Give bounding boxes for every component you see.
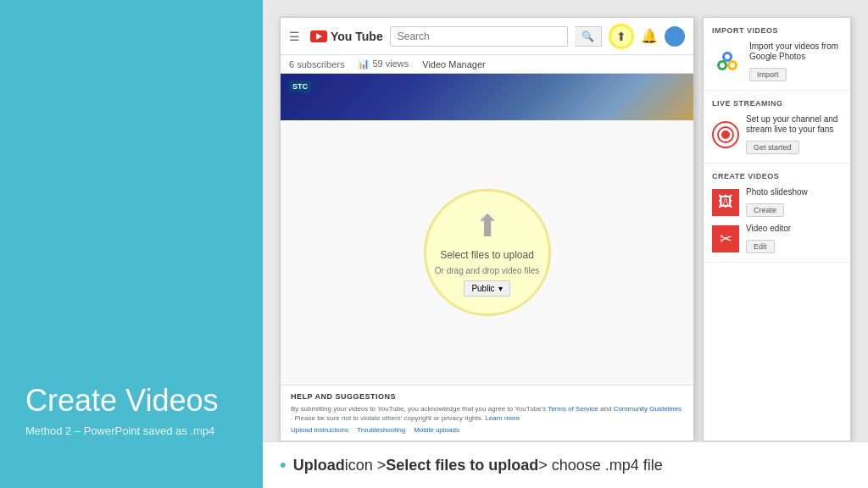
editor-item-content: Video editor Edit (746, 224, 842, 253)
edit-video-button[interactable]: Edit (746, 240, 775, 253)
help-section: HELP AND SUGGESTIONS By submitting your … (281, 385, 693, 441)
views-count: 📊 59 views (358, 58, 409, 69)
import-button[interactable]: Import (749, 68, 787, 81)
photo-slideshow-title: Photo slideshow (746, 187, 842, 197)
create-section-title: CREATE VIDEOS (712, 172, 842, 180)
import-videos-item: Import your videos from Google Photos Im… (712, 42, 842, 81)
video-editor-item: ✂ Video editor Edit (712, 224, 842, 253)
live-item-content: Set up your channel and stream live to y… (746, 114, 842, 154)
upload-instructions-link[interactable]: Upload instructions (291, 426, 348, 434)
chevron-down-icon: ▾ (498, 284, 503, 293)
views-text: 59 views (372, 58, 409, 69)
live-section-title: LIVE STREAMING (712, 99, 842, 108)
troubleshooting-link[interactable]: Troubleshooting (357, 426, 405, 434)
slide-title: Create Videos (25, 384, 263, 418)
live-streaming-icon (712, 121, 739, 148)
video-editor-icon: ✂ (712, 225, 739, 252)
learn-more-link[interactable]: Learn more (485, 414, 520, 422)
instruction-part4: > choose .mp4 file (538, 457, 663, 474)
live-streaming-item: Set up your channel and stream live to y… (712, 114, 842, 154)
upload-drop-zone[interactable]: ⬆ Select files to upload Or drag and dro… (424, 189, 551, 316)
slide-subtitle: Method 2 – PowerPoint saved as .mp4 (25, 424, 263, 437)
create-videos-section: CREATE VIDEOS 🖼 Photo slideshow Create ✂ (704, 164, 850, 263)
youtube-header: ☰ You Tube 🔍 ⬆ 🔔 (281, 18, 693, 55)
hamburger-icon[interactable]: ☰ (289, 30, 300, 43)
scissors-icon: ✂ (720, 230, 732, 248)
help-body-text: By submitting your videos to YouTube, yo… (291, 405, 546, 413)
video-manager-link[interactable]: Video Manager (422, 59, 485, 69)
right-panel: ☰ You Tube 🔍 ⬆ 🔔 6 subscribers 📊 59 v (263, 0, 868, 488)
youtube-logo-text: You Tube (331, 30, 383, 43)
help-body: By submitting your videos to YouTube, yo… (291, 404, 683, 423)
import-description: Import your videos from Google Photos (749, 42, 842, 62)
live-streaming-section: LIVE STREAMING Set up your channel and s… (704, 91, 850, 164)
search-input[interactable] (390, 26, 568, 47)
help-body2: . Please be sure not to violate others' … (291, 414, 483, 422)
get-started-button[interactable]: Get started (746, 141, 799, 154)
public-label: Public (471, 284, 494, 293)
svg-point-4 (730, 63, 735, 68)
upload-word: Upload (293, 457, 345, 474)
drag-drop-text: Or drag and drop video files (435, 266, 539, 275)
help-and: and (600, 405, 611, 413)
select-files-text: Select files to upload (440, 249, 534, 261)
live-dot (721, 130, 730, 139)
subscribers-count: 6 subscribers (289, 59, 344, 69)
youtube-sidebar: IMPORT VIDEOS Imp (703, 17, 851, 441)
upload-arrow-icon: ⬆ (616, 30, 626, 43)
slideshow-scissors-icon: 🖼 (718, 193, 733, 211)
public-dropdown[interactable]: Public ▾ (464, 280, 509, 297)
chart-icon: 📊 (358, 58, 370, 69)
import-section-title: IMPORT VIDEOS (712, 26, 842, 35)
svg-point-3 (725, 54, 730, 59)
channel-banner: STC (281, 74, 693, 120)
photo-slideshow-icon: 🖼 (712, 189, 739, 216)
left-panel: Create Videos Method 2 – PowerPoint save… (0, 0, 263, 488)
bottom-instruction-bar: • Upload icon > Select files to upload >… (263, 441, 868, 488)
bullet-point: • (280, 454, 287, 476)
youtube-logo-icon (310, 30, 327, 42)
import-item-content: Import your videos from Google Photos Im… (749, 42, 842, 81)
create-slideshow-button[interactable]: Create (746, 203, 784, 217)
notifications-icon[interactable]: 🔔 (641, 28, 658, 44)
youtube-subheader: 6 subscribers 📊 59 views Video Manager (281, 55, 693, 74)
youtube-logo: You Tube (310, 30, 383, 43)
live-description: Set up your channel and stream live to y… (746, 114, 842, 135)
google-photos-icon (712, 47, 743, 77)
svg-point-5 (720, 63, 725, 68)
upload-area[interactable]: ⬆ Select files to upload Or drag and dro… (281, 120, 693, 385)
instruction-part2: icon > (345, 457, 387, 474)
community-guidelines-link[interactable]: Community Guidelines (614, 405, 682, 413)
search-button[interactable]: 🔍 (575, 26, 602, 47)
youtube-screenshot: ☰ You Tube 🔍 ⬆ 🔔 6 subscribers 📊 59 v (263, 0, 868, 441)
import-videos-section: IMPORT VIDEOS Imp (704, 18, 850, 91)
banner-text: STC (289, 80, 311, 92)
video-editor-title: Video editor (746, 224, 842, 234)
help-links: Upload instructions Troubleshooting Mobi… (291, 426, 683, 434)
user-avatar[interactable] (665, 26, 685, 47)
upload-circle-button[interactable]: ⬆ (609, 24, 634, 49)
upload-arrow-big-icon: ⬆ (475, 208, 500, 244)
youtube-main-window: ☰ You Tube 🔍 ⬆ 🔔 6 subscribers 📊 59 v (280, 17, 694, 441)
mobile-uploads-link[interactable]: Mobile uploads (414, 426, 459, 434)
slideshow-item-content: Photo slideshow Create (746, 187, 842, 217)
select-files-instruction: Select files to upload (386, 457, 538, 474)
photo-slideshow-item: 🖼 Photo slideshow Create (712, 187, 842, 217)
help-title: HELP AND SUGGESTIONS (291, 392, 683, 401)
terms-of-service-link[interactable]: Terms of Service (548, 405, 598, 413)
